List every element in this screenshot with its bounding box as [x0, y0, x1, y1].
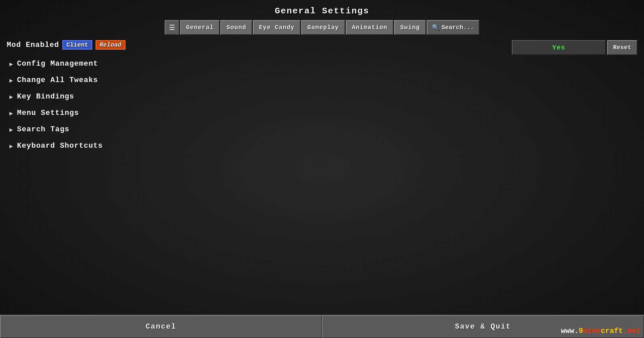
section-item-config-management[interactable]: ▶ Config Management	[7, 56, 637, 72]
tab-eye-candy[interactable]: Eye Candy	[253, 20, 301, 35]
tab-search[interactable]: 🔍 Search...	[427, 20, 479, 35]
page-title: General Settings	[275, 6, 369, 16]
section-item-keyboard-shortcuts[interactable]: ▶ Keyboard Shortcuts	[7, 138, 637, 154]
arrow-icon: ▶	[9, 60, 13, 68]
watermark-net: .net	[623, 327, 641, 335]
reset-button[interactable]: Reset	[607, 40, 637, 55]
list-icon: ☰	[169, 23, 175, 32]
arrow-icon: ▶	[9, 126, 13, 133]
search-icon: 🔍	[432, 24, 439, 31]
watermark-www: www.	[561, 327, 579, 335]
tab-swing[interactable]: Swing	[394, 20, 426, 35]
tab-list-icon[interactable]: ☰	[165, 20, 179, 35]
tab-animation[interactable]: Animation	[346, 20, 393, 35]
tab-sound[interactable]: Sound	[220, 20, 252, 35]
section-item-change-all-tweaks[interactable]: ▶ Change All Tweaks	[7, 72, 637, 88]
arrow-icon: ▶	[9, 142, 13, 150]
section-item-key-bindings[interactable]: ▶ Key Bindings	[7, 88, 637, 105]
tab-gameplay[interactable]: Gameplay	[301, 20, 345, 35]
bottom-bar: Cancel Save & Quit www.9minecraft.net	[0, 315, 644, 338]
section-list: ▶ Config Management ▶ Change All Tweaks …	[7, 56, 637, 154]
reload-badge[interactable]: Reload	[96, 40, 125, 50]
mod-enabled-label: Mod Enabled	[7, 41, 59, 49]
watermark-nine: 9	[579, 327, 583, 335]
arrow-icon: ▶	[9, 77, 13, 84]
tab-general[interactable]: General	[180, 20, 220, 35]
client-badge[interactable]: Client	[62, 40, 92, 50]
main-area: Mod Enabled Client Reload Yes Reset ▶ Co…	[0, 35, 644, 338]
watermark: www.9minecraft.net	[561, 327, 641, 335]
watermark-craft: craft	[601, 327, 623, 335]
section-item-search-tags[interactable]: ▶ Search Tags	[7, 121, 637, 138]
watermark-mine: mine	[583, 327, 601, 335]
value-control: Yes Reset	[512, 40, 637, 55]
tab-bar: ☰ General Sound Eye Candy Gameplay Anima…	[165, 20, 480, 35]
arrow-icon: ▶	[9, 110, 13, 117]
yes-button[interactable]: Yes	[512, 40, 606, 55]
arrow-icon: ▶	[9, 93, 13, 100]
section-item-menu-settings[interactable]: ▶ Menu Settings	[7, 105, 637, 121]
cancel-button[interactable]: Cancel	[0, 315, 322, 338]
